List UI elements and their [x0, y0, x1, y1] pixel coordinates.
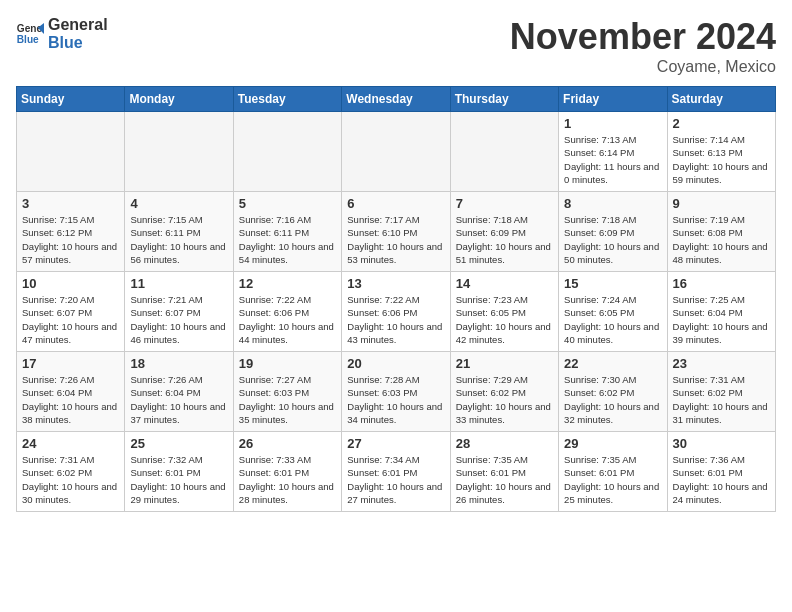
day-info: Sunrise: 7:35 AMSunset: 6:01 PMDaylight:…	[456, 453, 553, 506]
calendar-cell: 8 Sunrise: 7:18 AMSunset: 6:09 PMDayligh…	[559, 192, 667, 272]
day-number: 5	[239, 196, 336, 211]
page-header: General Blue General Blue November 2024 …	[16, 16, 776, 76]
day-number: 27	[347, 436, 444, 451]
day-info: Sunrise: 7:15 AMSunset: 6:12 PMDaylight:…	[22, 213, 119, 266]
day-info: Sunrise: 7:29 AMSunset: 6:02 PMDaylight:…	[456, 373, 553, 426]
calendar-cell: 11 Sunrise: 7:21 AMSunset: 6:07 PMDaylig…	[125, 272, 233, 352]
day-number: 23	[673, 356, 770, 371]
day-info: Sunrise: 7:18 AMSunset: 6:09 PMDaylight:…	[564, 213, 661, 266]
logo-line1: General	[48, 16, 108, 34]
day-number: 7	[456, 196, 553, 211]
calendar-cell: 17 Sunrise: 7:26 AMSunset: 6:04 PMDaylig…	[17, 352, 125, 432]
title-block: November 2024 Coyame, Mexico	[510, 16, 776, 76]
day-info: Sunrise: 7:26 AMSunset: 6:04 PMDaylight:…	[130, 373, 227, 426]
calendar-cell: 4 Sunrise: 7:15 AMSunset: 6:11 PMDayligh…	[125, 192, 233, 272]
calendar-cell: 30 Sunrise: 7:36 AMSunset: 6:01 PMDaylig…	[667, 432, 775, 512]
day-info: Sunrise: 7:21 AMSunset: 6:07 PMDaylight:…	[130, 293, 227, 346]
day-number: 21	[456, 356, 553, 371]
day-number: 26	[239, 436, 336, 451]
day-info: Sunrise: 7:30 AMSunset: 6:02 PMDaylight:…	[564, 373, 661, 426]
day-number: 17	[22, 356, 119, 371]
calendar-cell	[17, 112, 125, 192]
day-info: Sunrise: 7:14 AMSunset: 6:13 PMDaylight:…	[673, 133, 770, 186]
day-info: Sunrise: 7:26 AMSunset: 6:04 PMDaylight:…	[22, 373, 119, 426]
weekday-header: Sunday	[17, 87, 125, 112]
day-number: 25	[130, 436, 227, 451]
day-info: Sunrise: 7:31 AMSunset: 6:02 PMDaylight:…	[673, 373, 770, 426]
day-info: Sunrise: 7:16 AMSunset: 6:11 PMDaylight:…	[239, 213, 336, 266]
calendar-week-row: 24 Sunrise: 7:31 AMSunset: 6:02 PMDaylig…	[17, 432, 776, 512]
day-number: 9	[673, 196, 770, 211]
day-info: Sunrise: 7:32 AMSunset: 6:01 PMDaylight:…	[130, 453, 227, 506]
calendar-cell: 7 Sunrise: 7:18 AMSunset: 6:09 PMDayligh…	[450, 192, 558, 272]
calendar-week-row: 17 Sunrise: 7:26 AMSunset: 6:04 PMDaylig…	[17, 352, 776, 432]
day-number: 15	[564, 276, 661, 291]
calendar-cell: 12 Sunrise: 7:22 AMSunset: 6:06 PMDaylig…	[233, 272, 341, 352]
calendar-cell	[125, 112, 233, 192]
location: Coyame, Mexico	[510, 58, 776, 76]
day-number: 29	[564, 436, 661, 451]
calendar-cell: 28 Sunrise: 7:35 AMSunset: 6:01 PMDaylig…	[450, 432, 558, 512]
calendar-cell: 27 Sunrise: 7:34 AMSunset: 6:01 PMDaylig…	[342, 432, 450, 512]
calendar-cell: 29 Sunrise: 7:35 AMSunset: 6:01 PMDaylig…	[559, 432, 667, 512]
day-info: Sunrise: 7:17 AMSunset: 6:10 PMDaylight:…	[347, 213, 444, 266]
calendar-cell: 19 Sunrise: 7:27 AMSunset: 6:03 PMDaylig…	[233, 352, 341, 432]
day-info: Sunrise: 7:27 AMSunset: 6:03 PMDaylight:…	[239, 373, 336, 426]
day-info: Sunrise: 7:36 AMSunset: 6:01 PMDaylight:…	[673, 453, 770, 506]
calendar-cell: 13 Sunrise: 7:22 AMSunset: 6:06 PMDaylig…	[342, 272, 450, 352]
day-number: 6	[347, 196, 444, 211]
day-number: 22	[564, 356, 661, 371]
calendar-cell: 18 Sunrise: 7:26 AMSunset: 6:04 PMDaylig…	[125, 352, 233, 432]
calendar-cell: 25 Sunrise: 7:32 AMSunset: 6:01 PMDaylig…	[125, 432, 233, 512]
svg-text:Blue: Blue	[17, 34, 39, 45]
calendar-cell: 3 Sunrise: 7:15 AMSunset: 6:12 PMDayligh…	[17, 192, 125, 272]
weekday-header: Thursday	[450, 87, 558, 112]
calendar-week-row: 10 Sunrise: 7:20 AMSunset: 6:07 PMDaylig…	[17, 272, 776, 352]
day-number: 28	[456, 436, 553, 451]
month-title: November 2024	[510, 16, 776, 58]
weekday-header: Monday	[125, 87, 233, 112]
calendar-cell: 6 Sunrise: 7:17 AMSunset: 6:10 PMDayligh…	[342, 192, 450, 272]
calendar-cell: 9 Sunrise: 7:19 AMSunset: 6:08 PMDayligh…	[667, 192, 775, 272]
day-info: Sunrise: 7:25 AMSunset: 6:04 PMDaylight:…	[673, 293, 770, 346]
day-number: 4	[130, 196, 227, 211]
day-number: 19	[239, 356, 336, 371]
calendar-cell: 26 Sunrise: 7:33 AMSunset: 6:01 PMDaylig…	[233, 432, 341, 512]
logo: General Blue General Blue	[16, 16, 108, 51]
calendar-cell: 24 Sunrise: 7:31 AMSunset: 6:02 PMDaylig…	[17, 432, 125, 512]
day-number: 3	[22, 196, 119, 211]
logo-line2: Blue	[48, 34, 108, 52]
day-number: 18	[130, 356, 227, 371]
day-info: Sunrise: 7:34 AMSunset: 6:01 PMDaylight:…	[347, 453, 444, 506]
day-info: Sunrise: 7:22 AMSunset: 6:06 PMDaylight:…	[347, 293, 444, 346]
day-info: Sunrise: 7:28 AMSunset: 6:03 PMDaylight:…	[347, 373, 444, 426]
day-number: 1	[564, 116, 661, 131]
calendar-cell: 16 Sunrise: 7:25 AMSunset: 6:04 PMDaylig…	[667, 272, 775, 352]
day-number: 8	[564, 196, 661, 211]
calendar-cell: 14 Sunrise: 7:23 AMSunset: 6:05 PMDaylig…	[450, 272, 558, 352]
day-number: 11	[130, 276, 227, 291]
logo-icon: General Blue	[16, 20, 44, 48]
calendar-cell: 2 Sunrise: 7:14 AMSunset: 6:13 PMDayligh…	[667, 112, 775, 192]
calendar-cell: 5 Sunrise: 7:16 AMSunset: 6:11 PMDayligh…	[233, 192, 341, 272]
weekday-header: Saturday	[667, 87, 775, 112]
calendar-cell: 21 Sunrise: 7:29 AMSunset: 6:02 PMDaylig…	[450, 352, 558, 432]
day-number: 10	[22, 276, 119, 291]
calendar-cell: 1 Sunrise: 7:13 AMSunset: 6:14 PMDayligh…	[559, 112, 667, 192]
day-info: Sunrise: 7:13 AMSunset: 6:14 PMDaylight:…	[564, 133, 661, 186]
day-number: 30	[673, 436, 770, 451]
calendar-cell	[233, 112, 341, 192]
calendar-table: SundayMondayTuesdayWednesdayThursdayFrid…	[16, 86, 776, 512]
calendar-cell: 10 Sunrise: 7:20 AMSunset: 6:07 PMDaylig…	[17, 272, 125, 352]
day-info: Sunrise: 7:33 AMSunset: 6:01 PMDaylight:…	[239, 453, 336, 506]
calendar-week-row: 3 Sunrise: 7:15 AMSunset: 6:12 PMDayligh…	[17, 192, 776, 272]
day-info: Sunrise: 7:35 AMSunset: 6:01 PMDaylight:…	[564, 453, 661, 506]
day-info: Sunrise: 7:22 AMSunset: 6:06 PMDaylight:…	[239, 293, 336, 346]
calendar-header-row: SundayMondayTuesdayWednesdayThursdayFrid…	[17, 87, 776, 112]
weekday-header: Tuesday	[233, 87, 341, 112]
day-number: 13	[347, 276, 444, 291]
day-info: Sunrise: 7:18 AMSunset: 6:09 PMDaylight:…	[456, 213, 553, 266]
day-number: 20	[347, 356, 444, 371]
day-info: Sunrise: 7:19 AMSunset: 6:08 PMDaylight:…	[673, 213, 770, 266]
calendar-week-row: 1 Sunrise: 7:13 AMSunset: 6:14 PMDayligh…	[17, 112, 776, 192]
